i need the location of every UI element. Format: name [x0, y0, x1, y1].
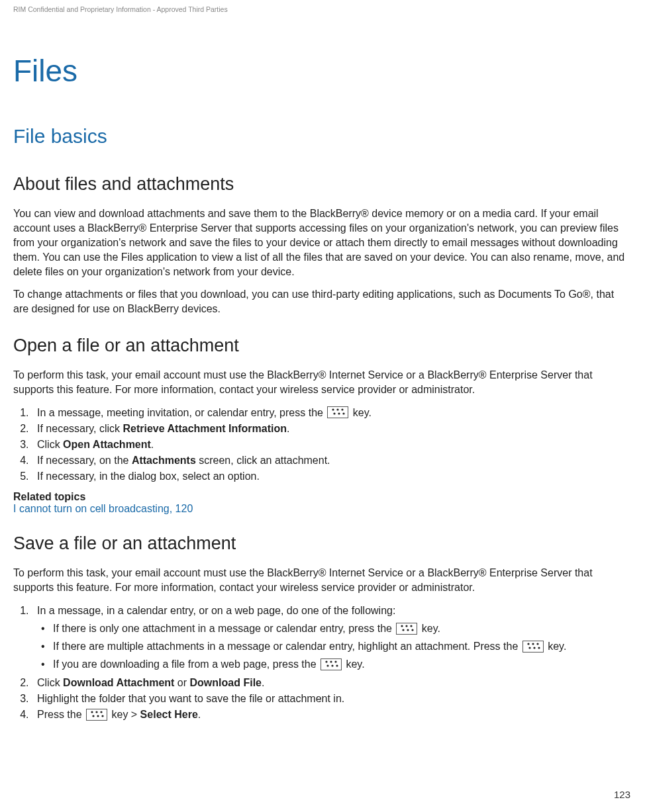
svg-point-30 [101, 715, 103, 717]
svg-point-3 [334, 413, 336, 415]
subsection-open: Open a file or an attachment [13, 336, 632, 356]
svg-point-14 [532, 643, 534, 645]
svg-point-11 [407, 629, 409, 631]
open-intro: To perform this task, your email account… [13, 368, 632, 397]
open-step1: In a message, meeting invitation, or cal… [32, 405, 632, 420]
svg-point-8 [406, 625, 408, 627]
step-bold: Retrieve Attachment Information [123, 423, 287, 434]
open-steps: In a message, meeting invitation, or cal… [13, 405, 632, 484]
svg-point-23 [331, 665, 333, 667]
step-bold: Attachments [132, 455, 196, 466]
save-bullets: If there is only one attachment in a mes… [37, 621, 632, 672]
open-step3: Click Open Attachment. [32, 437, 632, 452]
svg-point-19 [325, 661, 327, 663]
save-step1: In a message, in a calendar entry, or on… [32, 603, 632, 672]
svg-point-4 [338, 413, 340, 415]
menu-key-icon [321, 658, 342, 670]
svg-point-27 [100, 711, 102, 713]
open-step4: If necessary, on the Attachments screen,… [32, 453, 632, 468]
svg-point-17 [533, 647, 535, 649]
svg-point-12 [412, 629, 414, 631]
step-text: or [174, 677, 189, 688]
svg-point-10 [403, 629, 405, 631]
svg-point-18 [538, 647, 540, 649]
save-step2: Click Download Attachment or Download Fi… [32, 675, 632, 690]
save-bullet2: If there are multiple attachments in a m… [41, 639, 632, 654]
step-text: key > [109, 709, 140, 720]
about-para1: You can view and download attachments an… [13, 206, 632, 279]
svg-point-15 [536, 643, 538, 645]
svg-point-16 [528, 647, 530, 649]
svg-point-26 [95, 711, 97, 713]
menu-key-icon [522, 641, 544, 653]
bullet-text: key. [545, 641, 567, 652]
about-para2: To change attachments or files that you … [13, 287, 632, 316]
save-steps: In a message, in a calendar entry, or on… [13, 603, 632, 722]
related-topics-heading: Related topics [13, 491, 632, 503]
svg-point-7 [401, 625, 403, 627]
confidential-header: RIM Confidential and Proprietary Informa… [13, 5, 632, 13]
step-text: In a message, meeting invitation, or cal… [37, 407, 326, 418]
step-text: If necessary, click [37, 423, 123, 434]
page-title: Files [13, 53, 632, 89]
subsection-save: Save a file or an attachment [13, 533, 632, 554]
bullet-text: key. [343, 658, 365, 670]
step-text: If necessary, on the [37, 455, 132, 466]
open-step5: If necessary, in the dialog box, select … [32, 469, 632, 484]
open-step2: If necessary, click Retrieve Attachment … [32, 421, 632, 436]
step-bold: Download File [190, 677, 262, 688]
step-text: In a message, in a calendar entry, or on… [37, 605, 395, 616]
save-step4: Press the key > Select Here. [32, 707, 632, 722]
step-bold: Open Attachment [63, 439, 151, 450]
svg-point-1 [337, 409, 339, 411]
step-text: . [262, 677, 264, 688]
save-bullet3: If you are downloading a file from a web… [41, 656, 632, 672]
step-text: Press the [37, 709, 85, 720]
svg-point-20 [330, 661, 332, 663]
bullet-text: If you are downloading a file from a web… [53, 658, 319, 670]
svg-point-5 [343, 413, 345, 415]
svg-point-24 [336, 665, 338, 667]
step-bold: Download Attachment [63, 677, 174, 688]
bullet-text: key. [419, 623, 440, 634]
page-number: 123 [614, 789, 630, 800]
svg-point-28 [92, 715, 94, 717]
bullet-text: If there is only one attachment in a mes… [53, 623, 395, 634]
save-step3: Highlight the folder that you want to sa… [32, 691, 632, 706]
section-heading: File basics [13, 125, 632, 148]
menu-key-icon [327, 406, 348, 418]
menu-key-icon [86, 709, 107, 721]
menu-key-icon [396, 623, 417, 635]
svg-point-22 [326, 665, 328, 667]
step-text: screen, click an attachment. [196, 455, 330, 466]
svg-point-13 [527, 643, 529, 645]
svg-point-0 [332, 409, 334, 411]
step-text: . [287, 423, 289, 434]
step-bold: Select Here [140, 709, 198, 720]
step-text: Click [37, 439, 63, 450]
svg-point-25 [91, 711, 93, 713]
svg-point-9 [411, 625, 413, 627]
svg-point-2 [342, 409, 344, 411]
step-text: . [151, 439, 154, 450]
step-text: . [198, 709, 201, 720]
related-link[interactable]: I cannot turn on cell broadcasting, 120 [13, 503, 632, 515]
save-intro: To perform this task, your email account… [13, 566, 632, 595]
subsection-about: About files and attachments [13, 174, 632, 195]
save-bullet1: If there is only one attachment in a mes… [41, 621, 632, 636]
step-text: key. [350, 407, 372, 418]
bullet-text: If there are multiple attachments in a m… [53, 641, 521, 652]
svg-point-21 [334, 661, 336, 663]
svg-point-29 [97, 715, 99, 717]
step-text: Click [37, 677, 63, 688]
